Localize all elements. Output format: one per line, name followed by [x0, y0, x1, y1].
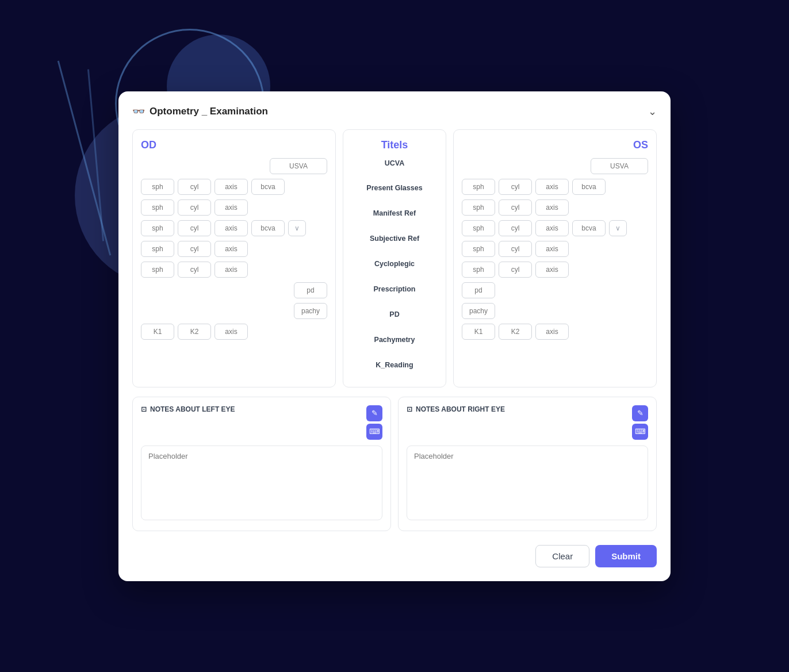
os-row-3: ∨ [462, 220, 648, 236]
os-panel: OS [453, 129, 657, 387]
notes-left-textarea[interactable] [141, 446, 382, 520]
os-kreading-row [462, 324, 648, 340]
od-r3-cyl[interactable] [178, 220, 211, 236]
submit-button[interactable]: Submit [595, 545, 657, 567]
os-pachy-input[interactable] [462, 303, 495, 319]
od-kaxis-input[interactable] [215, 324, 248, 340]
notes-right-icons: ✎ ⌨ [632, 405, 648, 440]
title-cycloplegic: Cycloplegic [348, 251, 441, 277]
od-r2-sph[interactable] [141, 199, 174, 216]
os-r2-sph[interactable] [462, 199, 495, 216]
notes-right-title: ⊡ NOTES ABOUT RIGHT EYE [407, 405, 505, 413]
od-r1-axis[interactable] [215, 179, 248, 195]
os-k2-input[interactable] [499, 324, 532, 340]
os-r2-axis[interactable] [535, 199, 569, 216]
title-kreading: K_Reading [348, 352, 441, 378]
glasses-icon: 👓 [132, 105, 145, 118]
os-row-1 [462, 179, 648, 195]
notes-right-header: ⊡ NOTES ABOUT RIGHT EYE ✎ ⌨ [407, 405, 648, 440]
od-pd-row [141, 282, 327, 298]
od-r5-sph[interactable] [141, 262, 174, 278]
os-r4-axis[interactable] [535, 241, 569, 257]
od-k2-input[interactable] [178, 324, 211, 340]
os-r3-dropdown[interactable]: ∨ [609, 220, 627, 236]
od-row-5 [141, 262, 327, 278]
os-r1-sph[interactable] [462, 179, 495, 195]
od-usva-input[interactable] [270, 158, 327, 174]
title-manifest-ref: Manifest Ref [348, 201, 441, 226]
od-usva-row [141, 158, 327, 174]
od-r3-dropdown[interactable]: ∨ [288, 220, 306, 236]
title-subjective-ref: Subjective Ref [348, 226, 441, 251]
os-r3-bcva[interactable] [572, 220, 606, 236]
notes-left-icons: ✎ ⌨ [366, 405, 382, 440]
os-row-4 [462, 241, 648, 257]
od-r3-sph[interactable] [141, 220, 174, 236]
os-r5-cyl[interactable] [499, 262, 532, 278]
od-label: OD [141, 139, 327, 151]
app-title: Optometry _ Examination [150, 106, 268, 117]
clear-button[interactable]: Clear [535, 545, 589, 567]
os-r4-cyl[interactable] [499, 241, 532, 257]
od-row-4 [141, 241, 327, 257]
os-r1-cyl[interactable] [499, 179, 532, 195]
notes-right-textarea[interactable] [407, 446, 648, 520]
od-r4-axis[interactable] [215, 241, 248, 257]
collapse-icon[interactable]: ⌄ [648, 105, 657, 118]
notes-left-title: ⊡ NOTES ABOUT LEFT EYE [141, 405, 235, 413]
os-r5-sph[interactable] [462, 262, 495, 278]
footer: Clear Submit [132, 540, 657, 567]
os-kaxis-input[interactable] [535, 324, 569, 340]
od-r5-axis[interactable] [215, 262, 248, 278]
od-row-2 [141, 199, 327, 216]
od-r1-bcva[interactable] [251, 179, 285, 195]
os-pachy-row [462, 303, 648, 319]
title-prescription: Prescription [348, 277, 441, 302]
os-row-5 [462, 262, 648, 278]
od-row-3: ∨ [141, 220, 327, 236]
os-r3-sph[interactable] [462, 220, 495, 236]
os-pd-input[interactable] [462, 282, 495, 298]
eye-icon-left: ⊡ [141, 405, 147, 413]
od-r2-cyl[interactable] [178, 199, 211, 216]
notes-right-edit-button[interactable]: ✎ [632, 405, 648, 421]
card-title: 👓 Optometry _ Examination [132, 105, 268, 118]
od-r4-sph[interactable] [141, 241, 174, 257]
title-present-glasses: Present Glasses [348, 175, 441, 201]
od-r3-axis[interactable] [215, 220, 248, 236]
os-r1-bcva[interactable] [572, 179, 606, 195]
os-k1-input[interactable] [462, 324, 495, 340]
os-r5-axis[interactable] [535, 262, 569, 278]
od-pd-input[interactable] [294, 282, 327, 298]
title-pd: PD [348, 302, 441, 327]
card-header: 👓 Optometry _ Examination ⌄ [132, 105, 657, 118]
os-r1-axis[interactable] [535, 179, 569, 195]
notes-right-panel: ⊡ NOTES ABOUT RIGHT EYE ✎ ⌨ [398, 397, 657, 531]
od-r1-sph[interactable] [141, 179, 174, 195]
od-panel: OD [132, 129, 336, 387]
os-r3-cyl[interactable] [499, 220, 532, 236]
main-card: 👓 Optometry _ Examination ⌄ OD [118, 91, 671, 581]
os-r4-sph[interactable] [462, 241, 495, 257]
od-row-1 [141, 179, 327, 195]
od-pachy-row [141, 303, 327, 319]
od-r4-cyl[interactable] [178, 241, 211, 257]
os-usva-row [462, 158, 648, 174]
os-label: OS [462, 139, 648, 151]
od-r2-axis[interactable] [215, 199, 248, 216]
notes-right-keyboard-button[interactable]: ⌨ [632, 424, 648, 440]
od-r5-cyl[interactable] [178, 262, 211, 278]
od-k1-input[interactable] [141, 324, 174, 340]
os-row-2 [462, 199, 648, 216]
od-r3-bcva[interactable] [251, 220, 285, 236]
notes-left-keyboard-button[interactable]: ⌨ [366, 424, 382, 440]
od-r1-cyl[interactable] [178, 179, 211, 195]
notes-left-edit-button[interactable]: ✎ [366, 405, 382, 421]
os-usva-input[interactable] [591, 158, 648, 174]
os-r2-cyl[interactable] [499, 199, 532, 216]
titels-label: Titels [381, 139, 408, 151]
od-pachy-input[interactable] [294, 303, 327, 319]
os-r3-axis[interactable] [535, 220, 569, 236]
notes-grid: ⊡ NOTES ABOUT LEFT EYE ✎ ⌨ ⊡ NOTES ABOUT… [132, 397, 657, 531]
od-kreading-row [141, 324, 327, 340]
